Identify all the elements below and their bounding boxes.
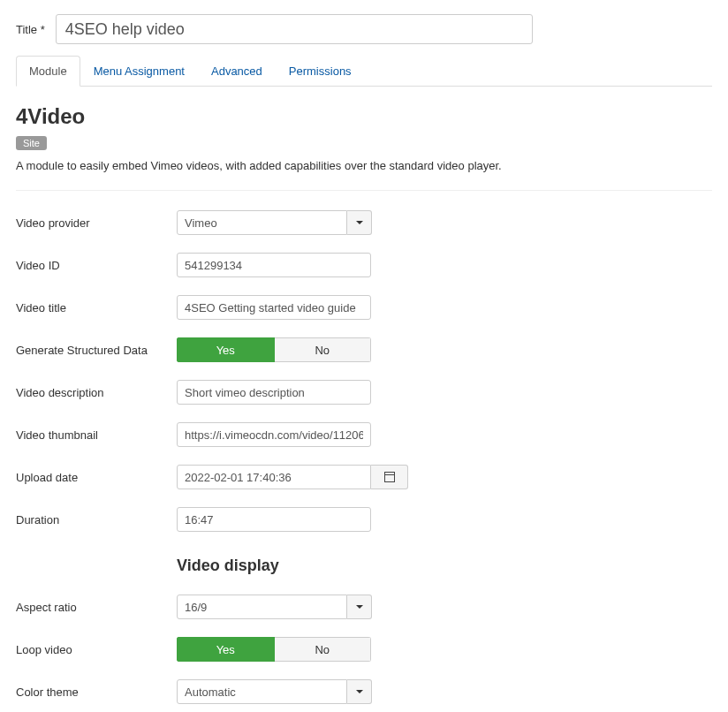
- title-label: Title *: [16, 23, 45, 36]
- select-value: Vimeo: [177, 210, 347, 235]
- calendar-button[interactable]: [371, 465, 408, 489]
- label-duration: Duration: [16, 513, 177, 526]
- select-value: Automatic: [177, 679, 347, 704]
- title-input[interactable]: [56, 14, 533, 44]
- title-row: Title *: [16, 14, 712, 44]
- tab-module[interactable]: Module: [16, 56, 80, 87]
- label-video-id: Video ID: [16, 259, 177, 272]
- row-generate-sd: Generate Structured Data Yes No: [16, 337, 712, 362]
- input-video-description[interactable]: [177, 380, 371, 405]
- toggle-generate-sd[interactable]: Yes No: [177, 337, 371, 362]
- row-loop-video: Loop video Yes No: [16, 637, 712, 662]
- row-video-provider: Video provider Vimeo: [16, 210, 712, 235]
- select-aspect-ratio[interactable]: 16/9: [177, 595, 372, 619]
- input-upload-date[interactable]: [177, 465, 371, 489]
- toggle-yes[interactable]: Yes: [177, 337, 275, 362]
- label-upload-date: Upload date: [16, 471, 177, 484]
- site-badge: Site: [16, 136, 47, 150]
- chevron-down-icon[interactable]: [347, 679, 372, 704]
- row-video-title: Video title: [16, 295, 712, 320]
- row-video-id: Video ID: [16, 253, 712, 277]
- toggle-yes[interactable]: Yes: [177, 637, 275, 662]
- label-video-title: Video title: [16, 301, 177, 314]
- module-description: A module to easily embed Vimeo videos, w…: [16, 159, 712, 172]
- select-value: 16/9: [177, 595, 347, 619]
- row-video-description: Video description: [16, 380, 712, 405]
- label-video-thumbnail: Video thumbnail: [16, 428, 177, 442]
- input-duration[interactable]: [177, 507, 371, 532]
- row-color-theme: Color theme Automatic: [16, 679, 712, 704]
- label-color-theme: Color theme: [16, 685, 177, 699]
- label-video-provider: Video provider: [16, 216, 177, 230]
- chevron-down-icon[interactable]: [347, 595, 372, 619]
- toggle-no[interactable]: No: [275, 637, 372, 662]
- row-duration: Duration: [16, 507, 712, 532]
- input-video-thumbnail[interactable]: [177, 422, 371, 447]
- calendar-icon: [384, 472, 395, 482]
- select-video-provider[interactable]: Vimeo: [177, 210, 372, 235]
- tab-advanced[interactable]: Advanced: [198, 56, 276, 87]
- input-video-title[interactable]: [177, 295, 371, 320]
- chevron-down-icon[interactable]: [347, 210, 372, 235]
- module-heading: 4Video: [16, 104, 712, 129]
- row-aspect-ratio: Aspect ratio 16/9: [16, 595, 712, 619]
- separator: [16, 190, 712, 191]
- input-video-id[interactable]: [177, 253, 371, 277]
- row-video-thumbnail: Video thumbnail: [16, 422, 712, 447]
- row-upload-date: Upload date: [16, 465, 712, 489]
- label-aspect-ratio: Aspect ratio: [16, 601, 177, 614]
- label-loop-video: Loop video: [16, 643, 177, 656]
- select-color-theme[interactable]: Automatic: [177, 679, 372, 704]
- tab-menu-assignment[interactable]: Menu Assignment: [80, 56, 198, 87]
- tab-permissions[interactable]: Permissions: [276, 56, 365, 87]
- toggle-loop-video[interactable]: Yes No: [177, 637, 371, 662]
- label-generate-sd: Generate Structured Data: [16, 344, 177, 357]
- label-video-description: Video description: [16, 386, 177, 399]
- toggle-no[interactable]: No: [275, 337, 372, 362]
- section-header-video-display: Video display: [177, 557, 712, 575]
- tabs: Module Menu Assignment Advanced Permissi…: [16, 55, 712, 87]
